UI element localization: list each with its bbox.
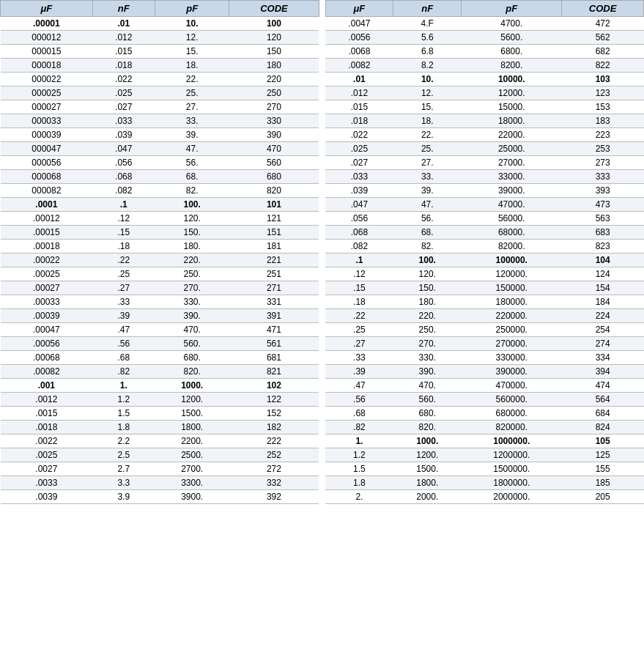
cell-nf: 180. xyxy=(393,295,462,309)
table-row: .00022.22220.221 xyxy=(1,254,319,267)
cell-nf: 1800. xyxy=(393,476,462,490)
cell-nf: .22 xyxy=(92,254,155,267)
table-row: .00039.39390.391 xyxy=(1,309,319,323)
cell-uf: 000012 xyxy=(1,31,93,45)
cell-pf: 1500. xyxy=(155,407,229,421)
cell-nf: 8.2 xyxy=(393,59,462,73)
cell-nf: .56 xyxy=(92,337,155,351)
cell-nf: .027 xyxy=(92,100,155,114)
cell-pf: 1000000. xyxy=(462,434,562,448)
cell-uf: .033 xyxy=(325,170,393,184)
cell-nf: .056 xyxy=(92,156,155,170)
cell-uf: .0015 xyxy=(1,407,93,421)
table-row: .08282.82000.823 xyxy=(325,240,644,254)
cell-code: 122 xyxy=(229,393,319,407)
cell-nf: 120. xyxy=(393,267,462,281)
cell-uf: .025 xyxy=(325,142,393,156)
cell-code: 330 xyxy=(229,114,319,128)
left-header-uf: μF xyxy=(1,1,93,17)
cell-uf: .0047 xyxy=(325,17,393,31)
cell-nf: 82. xyxy=(393,240,462,254)
cell-nf: 2.7 xyxy=(92,462,155,476)
cell-pf: 2000000. xyxy=(462,490,562,504)
cell-uf: 000015 xyxy=(1,45,93,59)
cell-nf: .39 xyxy=(92,309,155,323)
table-row: .25250.250000.254 xyxy=(325,323,644,337)
table-row: .00047.47470.471 xyxy=(1,323,319,337)
cell-pf: 12. xyxy=(155,31,229,45)
right-header-pf: pF xyxy=(462,1,562,17)
cell-nf: 560. xyxy=(393,393,462,407)
cell-pf: 33000. xyxy=(462,170,562,184)
cell-nf: 2.2 xyxy=(92,434,155,448)
table-row: .03333.33000.333 xyxy=(325,170,644,184)
cell-code: 333 xyxy=(562,170,644,184)
cell-code: 220 xyxy=(229,73,319,86)
cell-pf: 2200. xyxy=(155,434,229,448)
cell-code: 681 xyxy=(229,351,319,365)
cell-pf: 47000. xyxy=(462,198,562,212)
cell-uf: .0039 xyxy=(1,490,93,504)
table-row: 000068.06868.680 xyxy=(1,170,319,184)
table-row: .0001.1100.101 xyxy=(1,198,319,212)
cell-uf: .0082 xyxy=(325,59,393,73)
cell-nf: .025 xyxy=(92,86,155,100)
cell-uf: 000056 xyxy=(1,156,93,170)
table-row: .05656.56000.563 xyxy=(325,212,644,226)
cell-nf: 1500. xyxy=(393,462,462,476)
right-header-nf: nF xyxy=(393,1,462,17)
cell-code: 680 xyxy=(229,170,319,184)
table-row: 000015.01515.150 xyxy=(1,45,319,59)
table-row: .00222.22200.222 xyxy=(1,434,319,448)
cell-code: 102 xyxy=(229,379,319,393)
cell-code: 822 xyxy=(562,59,644,73)
table-row: 000033.03333.330 xyxy=(1,114,319,128)
table-row: 1.1000.1000000.105 xyxy=(325,434,644,448)
cell-uf: .00018 xyxy=(1,240,93,254)
cell-uf: .00015 xyxy=(1,226,93,240)
cell-code: 562 xyxy=(562,31,644,45)
cell-nf: .068 xyxy=(92,170,155,184)
cell-code: 820 xyxy=(229,184,319,198)
cell-pf: 1200000. xyxy=(462,448,562,462)
cell-pf: 22000. xyxy=(462,128,562,142)
cell-nf: 22. xyxy=(393,128,462,142)
cell-code: 561 xyxy=(229,337,319,351)
cell-pf: 250000. xyxy=(462,323,562,337)
cell-nf: .022 xyxy=(92,73,155,86)
cell-pf: 120000. xyxy=(462,267,562,281)
cell-code: 101 xyxy=(229,198,319,212)
cell-pf: 1000. xyxy=(155,379,229,393)
table-divider xyxy=(319,0,325,504)
cell-code: 274 xyxy=(562,337,644,351)
table-row: .00033.33330.331 xyxy=(1,295,319,309)
table-row: .00015.15150.151 xyxy=(1,226,319,240)
cell-code: 104 xyxy=(562,254,644,267)
cell-uf: 000068 xyxy=(1,170,93,184)
cell-uf: .0012 xyxy=(1,393,93,407)
cell-pf: 560. xyxy=(155,337,229,351)
cell-pf: 150. xyxy=(155,226,229,240)
cell-uf: 000027 xyxy=(1,100,93,114)
cell-nf: .01 xyxy=(92,17,155,31)
cell-code: 821 xyxy=(229,365,319,379)
cell-code: 124 xyxy=(562,267,644,281)
right-capacitor-table: μF nF pF CODE .00474.F4700.472.00565.656… xyxy=(325,0,645,504)
cell-pf: 8200. xyxy=(462,59,562,73)
cell-uf: 000022 xyxy=(1,73,93,86)
cell-code: 250 xyxy=(229,86,319,100)
table-row: .1100.100000.104 xyxy=(325,254,644,267)
table-row: .04747.47000.473 xyxy=(325,198,644,212)
cell-code: 183 xyxy=(562,114,644,128)
cell-pf: 250. xyxy=(155,267,229,281)
cell-uf: .18 xyxy=(325,295,393,309)
cell-nf: .1 xyxy=(92,198,155,212)
cell-code: 394 xyxy=(562,365,644,379)
table-row: .47470.470000.474 xyxy=(325,379,644,393)
cell-pf: 39. xyxy=(155,128,229,142)
cell-code: 180 xyxy=(229,59,319,73)
cell-code: 390 xyxy=(229,128,319,142)
cell-code: 683 xyxy=(562,226,644,240)
cell-nf: .015 xyxy=(92,45,155,59)
cell-uf: .22 xyxy=(325,309,393,323)
